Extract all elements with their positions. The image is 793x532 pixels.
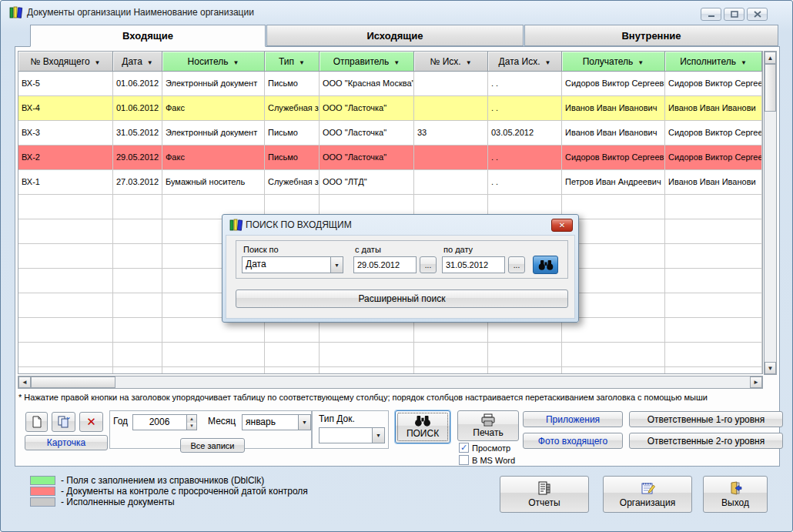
responsible-level1-button[interactable]: Ответственные 1-го уровня [629, 411, 783, 427]
scroll-left-icon[interactable]: ◄ [18, 376, 31, 388]
table-cell[interactable]: . . [488, 170, 562, 195]
column-header-type[interactable]: Тип [265, 52, 320, 72]
table-cell[interactable]: Письмо [265, 146, 320, 170]
spinner-arrows[interactable]: ▲ ▼ [186, 415, 196, 430]
column-header-recipient[interactable]: Получатель [562, 52, 665, 72]
copy-document-button[interactable] [52, 412, 75, 432]
table-cell[interactable]: ООО "Ласточка" [320, 121, 414, 146]
chevron-down-icon[interactable]: ▼ [330, 257, 343, 273]
table-cell[interactable]: ООО "Ласточка" [320, 96, 414, 121]
maximize-button[interactable] [724, 8, 744, 21]
table-cell[interactable]: ВХ-5 [18, 72, 113, 96]
tab-internal[interactable]: Внутренние [524, 25, 778, 46]
table-row[interactable]: ВХ-401.06.2012ФаксСлужебная запООО "Ласт… [18, 96, 762, 121]
table-cell[interactable]: Электронный документ [162, 121, 265, 146]
table-cell[interactable]: Письмо [265, 72, 320, 96]
table-cell[interactable]: . . [488, 96, 562, 121]
msword-checkbox[interactable] [459, 455, 469, 465]
find-button[interactable] [533, 256, 558, 274]
search-by-dropdown[interactable]: Дата ▼ [242, 256, 343, 273]
date-from-browse-button[interactable]: ... [420, 256, 437, 273]
chevron-down-icon[interactable]: ▼ [298, 415, 310, 430]
table-cell[interactable]: Иванов Иван Иванови [665, 170, 762, 195]
attachments-button[interactable]: Приложения [523, 411, 623, 427]
column-header-medium[interactable]: Носитель [162, 52, 265, 72]
preview-checkbox-row[interactable]: ✓ Просмотр [459, 443, 510, 453]
table-cell[interactable]: Иванов Иван Иванови [665, 96, 762, 121]
dialog-close-button[interactable]: ✕ [551, 219, 573, 232]
table-cell[interactable]: 33 [414, 121, 488, 146]
table-cell[interactable]: Письмо [265, 121, 320, 146]
table-cell[interactable]: 01.06.2012 [113, 96, 162, 121]
column-header-executor[interactable]: Исполнитель [665, 52, 762, 72]
minimize-button[interactable] [701, 8, 721, 21]
all-records-button[interactable]: Все записи [180, 438, 245, 453]
table-cell[interactable]: Иванов Иван Иванович [562, 121, 665, 146]
table-cell[interactable]: ВХ-2 [18, 146, 113, 170]
preview-checkbox[interactable]: ✓ [459, 443, 469, 453]
table-row[interactable]: ВХ-229.05.2012ФаксПисьмоООО "Ласточка". … [18, 146, 762, 170]
table-cell[interactable]: Иванов Иван Иванович [562, 96, 665, 121]
column-header-outgoing-number[interactable]: № Исх. [414, 52, 488, 72]
table-cell[interactable]: Факс [162, 96, 265, 121]
table-row[interactable]: ВХ-127.03.2012Бумажный носительСлужебная… [18, 170, 762, 195]
table-cell[interactable]: ВХ-1 [18, 170, 113, 195]
tab-incoming[interactable]: Входящие [30, 25, 266, 47]
exit-button[interactable]: Выход [703, 476, 768, 513]
table-cell[interactable]: Сидоров Виктор Сергееви [665, 72, 762, 96]
date-to-browse-button[interactable]: ... [508, 256, 525, 273]
incoming-photo-button[interactable]: Фото входящего [523, 433, 623, 449]
table-cell[interactable]: ВХ-3 [18, 121, 113, 146]
table-cell[interactable]: 27.03.2012 [113, 170, 162, 195]
table-cell[interactable]: Бумажный носитель [162, 170, 265, 195]
table-cell[interactable]: 03.05.2012 [488, 121, 562, 146]
table-cell[interactable]: ООО "ЛТД" [320, 170, 414, 195]
table-cell[interactable] [414, 72, 488, 96]
horizontal-scrollbar[interactable]: ◄ ► [18, 376, 763, 389]
doctype-dropdown[interactable]: ▼ [319, 427, 385, 443]
table-cell[interactable]: Сидоров Виктор Сергееви [665, 121, 762, 146]
table-cell[interactable] [414, 96, 488, 121]
spin-up-icon[interactable]: ▲ [187, 415, 196, 423]
table-cell[interactable] [414, 170, 488, 195]
table-cell[interactable]: ВХ-4 [18, 96, 113, 121]
month-dropdown[interactable]: январь ▼ [242, 414, 311, 430]
column-header-sender[interactable]: Отправитель [320, 52, 414, 72]
table-row[interactable]: ВХ-501.06.2012Электронный документПисьмо… [18, 72, 762, 96]
table-cell[interactable]: Сидоров Виктор Сергееви [562, 146, 665, 170]
table-cell[interactable]: Служебная зап [265, 96, 320, 121]
column-header-outgoing-date[interactable]: Дата Исх. [488, 52, 562, 72]
responsible-level2-button[interactable]: Ответственные 2-го уровня [629, 433, 783, 449]
organization-button[interactable]: Организация [603, 476, 692, 513]
scroll-up-icon[interactable]: ▲ [765, 52, 776, 64]
date-from-input[interactable]: 29.05.2012 [353, 256, 417, 273]
table-cell[interactable]: 31.05.2012 [113, 121, 162, 146]
table-cell[interactable]: 01.06.2012 [113, 72, 162, 96]
card-button[interactable]: Карточка [25, 435, 108, 450]
scroll-down-icon[interactable]: ▼ [765, 362, 776, 374]
table-cell[interactable] [414, 146, 488, 170]
table-cell[interactable]: Факс [162, 146, 265, 170]
table-cell[interactable]: Сидоров Виктор Сергееви [665, 146, 762, 170]
scroll-right-icon[interactable]: ► [750, 376, 762, 388]
column-header-incoming-number[interactable]: № Входящего [18, 52, 113, 72]
table-cell[interactable]: Служебная зап [265, 170, 320, 195]
table-cell[interactable]: ООО "Ласточка" [320, 146, 414, 170]
date-to-input[interactable]: 31.05.2012 [442, 256, 505, 273]
table-cell[interactable]: 29.05.2012 [113, 146, 162, 170]
vertical-scroll-thumb[interactable] [765, 64, 776, 112]
reports-button[interactable]: Отчеты [500, 476, 589, 513]
print-button[interactable]: Печать [457, 410, 519, 441]
msword-checkbox-row[interactable]: В MS Word [459, 455, 515, 465]
advanced-search-button[interactable]: Расширенный поиск [236, 289, 568, 308]
vertical-scrollbar[interactable]: ▲ ▼ [764, 51, 777, 375]
tab-outgoing[interactable]: Исходящие [266, 25, 524, 46]
table-cell[interactable]: . . [488, 146, 562, 170]
spin-down-icon[interactable]: ▼ [187, 423, 196, 430]
table-cell[interactable]: ООО "Красная Москва" [320, 72, 414, 96]
table-cell[interactable]: Электронный документ [162, 72, 265, 96]
new-document-button[interactable] [25, 412, 48, 432]
delete-document-button[interactable]: ✕ [79, 412, 103, 432]
column-header-date[interactable]: Дата [113, 52, 162, 72]
year-spinner[interactable]: 2006 ▲ ▼ [132, 414, 197, 430]
